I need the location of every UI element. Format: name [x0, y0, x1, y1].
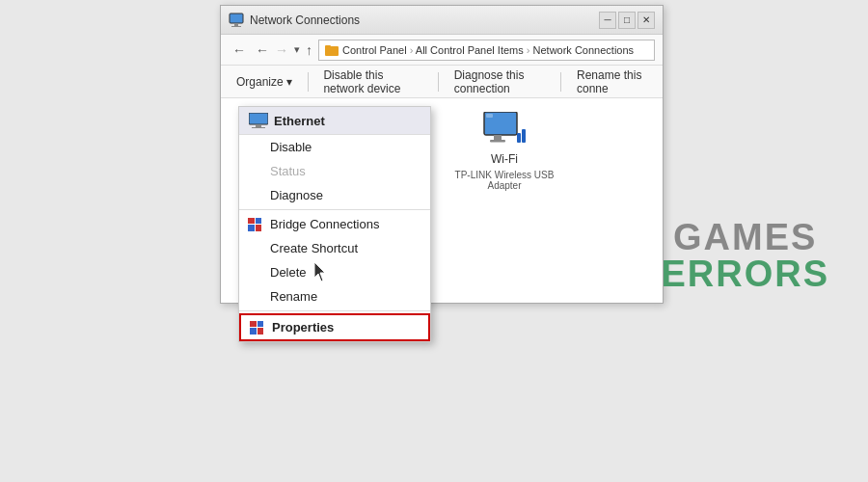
diagnose-button[interactable]: Diagnose this connection	[447, 65, 554, 99]
svg-rect-5	[249, 113, 268, 124]
ctx-disable[interactable]: Disable	[239, 135, 430, 159]
watermark-line1: GAMES	[661, 219, 829, 255]
watermark: GAMES ERRORS	[661, 219, 829, 292]
svg-rect-6	[256, 124, 261, 127]
svg-rect-14	[494, 135, 502, 140]
toolbar-separator-1	[308, 72, 309, 92]
close-button[interactable]: ✕	[637, 12, 655, 29]
ctx-bridge-shield	[247, 217, 262, 232]
ctx-rename[interactable]: Rename	[239, 284, 430, 308]
title-bar-controls: ─ □ ✕	[599, 12, 655, 29]
svg-rect-2	[231, 26, 241, 27]
ctx-delete-label: Delete	[270, 265, 307, 280]
folder-icon	[325, 43, 339, 57]
ethernet-header-icon	[249, 113, 268, 128]
wifi-item[interactable]: Wi-Fi TP-LINK Wireless USB Adapter	[443, 106, 566, 195]
ctx-bridge-label: Bridge Connections	[270, 217, 379, 231]
dropdown-icon[interactable]: ▾	[294, 43, 300, 56]
svg-rect-4	[325, 45, 331, 48]
ctx-status-label: Status	[270, 164, 306, 178]
ctx-properties-shield	[249, 320, 264, 335]
organize-button[interactable]: Organize ▾	[229, 71, 300, 93]
minimize-button[interactable]: ─	[599, 12, 616, 29]
back-icon: ←	[256, 42, 269, 58]
ctx-bridge[interactable]: Bridge Connections	[239, 212, 430, 236]
ctx-shortcut-label: Create Shortcut	[270, 241, 358, 255]
ctx-shortcut[interactable]: Create Shortcut	[239, 236, 430, 260]
toolbar-separator-3	[560, 72, 561, 92]
ctx-rename-label: Rename	[270, 289, 317, 304]
ctx-properties-label: Properties	[272, 320, 334, 335]
address-path[interactable]: Control Panel › All Control Panel Items …	[318, 40, 655, 61]
ctx-status: Status	[239, 159, 430, 183]
svg-rect-13	[486, 114, 493, 118]
page-background: Network Connections ─ □ ✕ ← ← → ▾ ↑ Cont…	[0, 0, 868, 482]
ctx-diagnose-label: Diagnose	[270, 188, 323, 202]
ctx-sep-1	[239, 209, 430, 210]
rename-button[interactable]: Rename this conne	[569, 65, 655, 99]
address-bar: ← ← → ▾ ↑ Control Panel › All Control Pa…	[221, 35, 663, 66]
window-title: Network Connections	[250, 13, 593, 27]
svg-rect-16	[517, 133, 521, 143]
svg-rect-15	[490, 140, 505, 143]
forward-icon: →	[275, 42, 288, 58]
content-area: Ethernet Disable Status Diagnose	[221, 98, 663, 305]
wifi-icon	[481, 110, 528, 148]
ctx-delete[interactable]: Delete	[239, 260, 430, 284]
svg-rect-1	[234, 23, 238, 26]
context-menu: Ethernet Disable Status Diagnose	[238, 106, 431, 342]
svg-rect-17	[522, 129, 526, 143]
wifi-svg	[482, 112, 527, 147]
context-menu-title: Ethernet	[274, 114, 325, 128]
network-connections-window: Network Connections ─ □ ✕ ← ← → ▾ ↑ Cont…	[220, 5, 664, 304]
title-bar: Network Connections ─ □ ✕	[221, 6, 663, 35]
svg-rect-7	[252, 127, 265, 128]
toolbar-separator-2	[438, 72, 439, 92]
window-icon	[229, 13, 244, 28]
disable-button[interactable]: Disable this network device	[315, 65, 430, 99]
breadcrumb-text: Control Panel › All Control Panel Items …	[342, 44, 634, 56]
ctx-diagnose[interactable]: Diagnose	[239, 183, 430, 207]
back-button[interactable]: ←	[229, 40, 250, 61]
svg-rect-0	[230, 13, 243, 23]
ctx-properties[interactable]: Properties	[239, 313, 430, 341]
context-menu-header: Ethernet	[239, 107, 430, 135]
wifi-sublabel: TP-LINK Wireless USB Adapter	[447, 170, 562, 191]
organize-dropdown-icon: ▾	[286, 75, 292, 89]
maximize-button[interactable]: □	[618, 12, 636, 29]
wifi-label: Wi-Fi	[491, 152, 518, 166]
up-icon[interactable]: ↑	[306, 42, 312, 58]
watermark-line2: ERRORS	[661, 255, 829, 292]
toolbar: Organize ▾ Disable this network device D…	[221, 66, 663, 98]
ctx-sep-2	[239, 310, 430, 311]
ctx-disable-label: Disable	[270, 140, 312, 154]
